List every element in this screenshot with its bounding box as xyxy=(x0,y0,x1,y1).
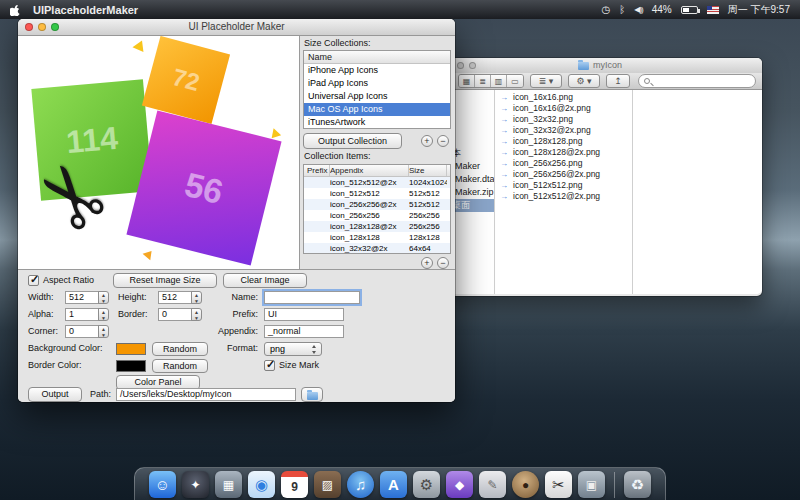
alpha-stepper[interactable] xyxy=(98,308,109,321)
dock-icon-photos[interactable]: ▨ xyxy=(314,471,341,498)
name-input[interactable] xyxy=(264,291,360,304)
clear-image-button[interactable]: Clear Image xyxy=(223,273,307,288)
folder-icon xyxy=(578,62,589,70)
size-column-header[interactable]: Size xyxy=(409,165,447,176)
bluetooth-icon[interactable]: ᛒ xyxy=(619,0,625,19)
minimize-button[interactable] xyxy=(457,62,464,69)
border-random-button[interactable]: Random xyxy=(152,359,208,373)
add-item-button[interactable]: + xyxy=(421,257,433,269)
aspect-ratio-checkbox[interactable] xyxy=(28,275,39,286)
search-input[interactable] xyxy=(638,74,756,88)
dock-icon-ui-placeholder-maker[interactable]: ✂ xyxy=(545,471,572,498)
collection-item-row[interactable]: icon_256x256@2x 512x512 xyxy=(304,199,450,210)
finder-titlebar[interactable]: myIcon xyxy=(438,58,762,73)
name-column-header[interactable]: Name xyxy=(304,51,450,64)
size-mark-checkbox[interactable] xyxy=(264,360,275,371)
appendix-input[interactable]: _normal xyxy=(264,325,344,338)
close-button[interactable] xyxy=(25,23,33,31)
column-view-icon[interactable]: ▥ xyxy=(491,75,507,87)
background-color-swatch[interactable] xyxy=(116,343,146,355)
ui-placeholder-maker-window[interactable]: UI Placeholder Maker 114 72 56 ✂ Size Co… xyxy=(18,19,455,402)
size-collection-item[interactable]: iPhone App Icons xyxy=(304,64,450,77)
size-collection-item[interactable]: iPad App Icons xyxy=(304,77,450,90)
output-button[interactable]: Output xyxy=(28,387,82,402)
dock-icon-system-preferences[interactable]: ⚙ xyxy=(413,471,440,498)
dock-icon-safari[interactable]: ◉ xyxy=(248,471,275,498)
collection-item-row[interactable]: icon_512x512 512x512 xyxy=(304,188,450,199)
file-item[interactable]: icon_16x16@2x.png xyxy=(495,103,632,114)
zoom-button[interactable] xyxy=(469,62,476,69)
battery-percent[interactable]: 44% xyxy=(652,4,672,15)
collection-item-row[interactable]: icon_512x512@2x 1024x1024 xyxy=(304,177,450,188)
width-stepper[interactable] xyxy=(98,291,109,304)
dock-icon-mission-control[interactable]: ▦ xyxy=(215,471,242,498)
size-collection-item[interactable]: Universal App Icons xyxy=(304,90,450,103)
zoom-button[interactable] xyxy=(51,23,59,31)
prefix-input[interactable]: UI xyxy=(264,308,344,321)
appendix-column-header[interactable]: Appendix xyxy=(330,165,409,176)
size-collection-item[interactable]: iTunesArtwork xyxy=(304,116,450,129)
dock-icon-itunes[interactable]: ♫ xyxy=(347,471,374,498)
active-app-menu-title[interactable]: UIPlaceholderMaker xyxy=(33,4,138,16)
background-random-button[interactable]: Random xyxy=(152,342,208,356)
battery-icon[interactable] xyxy=(681,6,698,14)
choose-path-button[interactable] xyxy=(301,387,323,402)
trash-icon[interactable]: ♻ xyxy=(624,471,651,498)
list-view-icon[interactable]: ≣ xyxy=(475,75,491,87)
icon-view-icon[interactable]: ▦ xyxy=(459,75,475,87)
border-color-swatch[interactable] xyxy=(116,360,146,372)
finder-window[interactable]: myIcon ▦ ≣ ▥ ▭ ≣ ▾ ⚙ ▾ ↥ 本 rMaker rMaker… xyxy=(438,58,762,296)
collection-item-row[interactable]: icon_128x128@2x 256x256 xyxy=(304,221,450,232)
share-button[interactable]: ↥ xyxy=(606,74,630,88)
file-item[interactable]: icon_128x128.png xyxy=(495,136,632,147)
dock-icon-app-store[interactable]: A xyxy=(380,471,407,498)
file-item[interactable]: icon_128x128@2x.png xyxy=(495,147,632,158)
collection-item-row[interactable]: icon_256x256 256x256 xyxy=(304,210,450,221)
add-collection-button[interactable]: + xyxy=(421,135,433,147)
dock-icon-calendar[interactable]: 9 xyxy=(281,471,308,498)
dock-icon-parallels[interactable]: ▣ xyxy=(578,471,605,498)
file-item[interactable]: icon_512x512.png xyxy=(495,180,632,191)
file-item[interactable]: icon_16x16.png xyxy=(495,92,632,103)
input-source-flag-icon[interactable] xyxy=(707,6,719,14)
corner-input[interactable]: 0 xyxy=(65,325,99,338)
minimize-button[interactable] xyxy=(38,23,46,31)
width-input[interactable]: 512 xyxy=(65,291,99,304)
file-item[interactable]: icon_256x256@2x.png xyxy=(495,169,632,180)
dock-icon-notes[interactable]: ✎ xyxy=(479,471,506,498)
corner-stepper[interactable] xyxy=(98,325,109,338)
time-machine-icon[interactable]: ◷ xyxy=(602,0,611,19)
collection-item-row[interactable]: icon_128x128 128x128 xyxy=(304,232,450,243)
alpha-input[interactable]: 1 xyxy=(65,308,99,321)
remove-collection-button[interactable]: − xyxy=(437,135,449,147)
output-collection-button[interactable]: Output Collection xyxy=(303,133,402,149)
path-input[interactable]: /Users/leks/Desktop/myIcon xyxy=(116,388,296,401)
arrange-button[interactable]: ≣ ▾ xyxy=(530,74,562,88)
file-item[interactable]: icon_512x512@2x.png xyxy=(495,191,632,202)
dock-icon-finder[interactable]: ☺ xyxy=(149,471,176,498)
prefix-column-header[interactable]: Prefix xyxy=(304,165,330,176)
cell-size: 128x128 xyxy=(409,232,447,243)
action-gear-button[interactable]: ⚙ ▾ xyxy=(568,74,600,88)
border-stepper[interactable] xyxy=(191,308,202,321)
dock-icon-bean[interactable]: ● xyxy=(512,471,539,498)
apple-menu[interactable] xyxy=(10,3,21,16)
main-titlebar[interactable]: UI Placeholder Maker xyxy=(18,19,455,36)
dock-icon-launchpad[interactable]: ✦ xyxy=(182,471,209,498)
menu-bar-clock[interactable]: 周一 下午9:57 xyxy=(728,3,790,17)
format-select[interactable]: png xyxy=(264,342,322,356)
preview-canvas[interactable]: 114 72 56 ✂ xyxy=(18,36,300,269)
file-item[interactable]: icon_32x32.png xyxy=(495,114,632,125)
height-stepper[interactable] xyxy=(191,291,202,304)
size-collection-item-selected[interactable]: Mac OS App Icons xyxy=(304,103,450,116)
reset-image-size-button[interactable]: Reset Image Size xyxy=(113,273,217,288)
dock-icon-ibooks[interactable]: ◆ xyxy=(446,471,473,498)
file-item[interactable]: icon_32x32@2x.png xyxy=(495,125,632,136)
file-item[interactable]: icon_256x256.png xyxy=(495,158,632,169)
coverflow-view-icon[interactable]: ▭ xyxy=(507,75,523,87)
remove-item-button[interactable]: − xyxy=(437,257,449,269)
border-input[interactable]: 0 xyxy=(158,308,192,321)
volume-icon[interactable]: ◀)) xyxy=(634,0,642,19)
collection-item-row[interactable]: icon_32x32@2x 64x64 xyxy=(304,243,450,254)
height-input[interactable]: 512 xyxy=(158,291,192,304)
